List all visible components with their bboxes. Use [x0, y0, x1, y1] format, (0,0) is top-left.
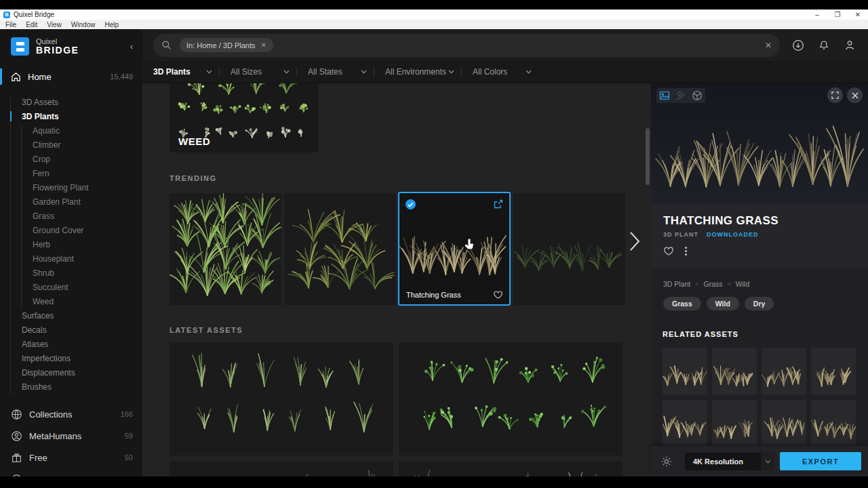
asset-card[interactable] — [399, 461, 623, 476]
maximize-button[interactable]: ❐ — [827, 9, 848, 20]
fullscreen-button[interactable] — [827, 87, 843, 103]
brush-view-icon[interactable] — [675, 90, 686, 101]
more-options-icon[interactable] — [685, 247, 687, 256]
menu-view[interactable]: View — [47, 21, 62, 28]
sidebar-item-home[interactable]: Home 15,449 — [0, 66, 142, 87]
tag-pill[interactable]: Dry — [745, 297, 774, 310]
menu-window[interactable]: Window — [71, 21, 96, 28]
export-settings-gear-icon[interactable] — [660, 455, 673, 468]
top-search-bar: In: Home / 3D Plants ✕ ✕ — [142, 29, 868, 61]
sidebar-item-succulent[interactable]: Succulent — [0, 280, 142, 294]
related-asset-thumb[interactable] — [811, 400, 856, 447]
sidebar-item-herb[interactable]: Herb — [0, 237, 142, 251]
filter-colors[interactable]: All Colors — [462, 67, 538, 77]
sidebar-item-flowering-plant[interactable]: Flowering Plant — [0, 180, 142, 195]
asset-card[interactable] — [170, 342, 393, 455]
tag-list: Grass Wild Dry — [663, 297, 856, 310]
sidebar-item-metahumans[interactable]: MetaHumans59 — [0, 425, 142, 447]
carousel-next-icon[interactable] — [629, 231, 640, 251]
titlebar: B Quixel Bridge – ❐ ✕ — [0, 9, 868, 20]
sidebar-item-purchased[interactable]: Purchased28 — [0, 468, 142, 476]
filter-sizes[interactable]: All Sizes — [220, 67, 296, 77]
sidebar-item-shrub[interactable]: Shrub — [0, 266, 142, 280]
minimize-button[interactable]: – — [807, 9, 827, 20]
export-button[interactable]: EXPORT — [780, 452, 861, 470]
asset-thumbnail — [513, 193, 625, 305]
related-asset-thumb[interactable] — [762, 400, 806, 447]
asset-card[interactable] — [399, 342, 623, 455]
chevron-down-icon — [361, 70, 367, 74]
sidebar-item-3d-plants[interactable]: 3D Plants — [0, 109, 142, 123]
close-button[interactable]: ✕ — [848, 9, 868, 20]
menu-file[interactable]: File — [5, 21, 16, 28]
asset-card-label: Thatching Grass — [406, 291, 461, 299]
sidebar-item-ground-cover[interactable]: Ground Cover — [0, 223, 142, 237]
sidebar-item-decals[interactable]: Decals — [0, 323, 142, 337]
sidebar-item-free[interactable]: Free50 — [0, 447, 142, 468]
sidebar-item-grass[interactable]: Grass — [0, 209, 142, 223]
sidebar-item-weed[interactable]: Weed — [0, 294, 142, 308]
header-icons — [792, 39, 856, 52]
window-controls: – ❐ ✕ — [807, 9, 868, 20]
close-panel-button[interactable] — [847, 87, 863, 103]
sidebar-item-imperfections[interactable]: Imperfections — [0, 351, 142, 365]
sidebar-item-aquatic[interactable]: Aquatic — [0, 123, 142, 138]
favorite-heart-icon[interactable] — [663, 246, 674, 256]
menu-edit[interactable]: Edit — [26, 21, 37, 28]
favorite-heart-icon[interactable] — [493, 290, 503, 300]
search-filter-chip[interactable]: In: Home / 3D Plants ✕ — [180, 38, 273, 52]
related-asset-thumb[interactable] — [663, 400, 707, 447]
downloads-icon[interactable] — [792, 39, 804, 52]
asset-card-thatching-grass[interactable]: Thatching Grass — [398, 192, 511, 306]
resolution-select[interactable]: 4K Resolution — [685, 453, 774, 470]
related-asset-thumb[interactable] — [712, 400, 757, 447]
quick-export-icon[interactable] — [493, 199, 503, 209]
mesh-view-icon[interactable] — [692, 90, 703, 101]
resolution-value: 4K Resolution — [685, 453, 761, 470]
filter-category[interactable]: 3D Plants — [142, 67, 219, 77]
filter-bar: 3D Plants All Sizes All States All Envir… — [142, 61, 868, 83]
asset-card[interactable] — [170, 193, 281, 305]
asset-meta: 3D PLANT DOWNLOADED — [663, 231, 856, 238]
related-asset-thumb[interactable] — [762, 348, 806, 395]
tag-pill[interactable]: Grass — [663, 297, 701, 310]
sidebar-item-displacements[interactable]: Displacements — [0, 365, 142, 380]
image-view-icon[interactable] — [659, 90, 670, 101]
sidebar-item-brushes[interactable]: Brushes — [0, 380, 142, 394]
asset-thumbnail — [399, 342, 623, 455]
notifications-icon[interactable] — [818, 39, 830, 52]
search-clear-icon[interactable]: ✕ — [765, 41, 772, 50]
asset-card[interactable] — [513, 193, 625, 305]
sidebar-item-fern[interactable]: Fern — [0, 166, 142, 180]
scrollbar-thumb[interactable] — [646, 128, 650, 185]
sidebar-item-collections[interactable]: Collections166 — [0, 403, 142, 425]
sidebar-bottom-group: Collections166 MetaHumans59 Free50 Purch… — [0, 403, 142, 476]
menu-help[interactable]: Help — [104, 21, 119, 28]
breadcrumb-item[interactable]: 3D Plant — [663, 280, 690, 288]
asset-card[interactable] — [284, 193, 396, 305]
filter-environments[interactable]: All Environments — [374, 67, 461, 77]
search-input[interactable]: In: Home / 3D Plants ✕ ✕ — [153, 34, 780, 57]
sidebar-item-surfaces[interactable]: Surfaces — [0, 308, 142, 323]
person-circle-icon — [11, 430, 22, 442]
sidebar-item-crop[interactable]: Crop — [0, 152, 142, 166]
breadcrumb-item[interactable]: Grass — [704, 280, 723, 288]
sidebar-item-garden-plant[interactable]: Garden Plant — [0, 195, 142, 209]
related-assets-header: RELATED ASSETS — [663, 330, 856, 338]
sidebar-collapse-icon[interactable]: ‹ — [130, 42, 133, 52]
tag-pill[interactable]: Wild — [707, 297, 739, 310]
related-assets-section: RELATED ASSETS — [651, 315, 868, 447]
chip-close-icon[interactable]: ✕ — [261, 41, 267, 49]
sidebar-item-atlases[interactable]: Atlases — [0, 337, 142, 351]
breadcrumb-item[interactable]: Wild — [736, 280, 749, 288]
category-card-weed[interactable]: WEED — [170, 83, 319, 152]
filter-states[interactable]: All States — [297, 67, 374, 77]
related-asset-thumb[interactable] — [663, 348, 707, 395]
asset-card[interactable] — [170, 461, 393, 476]
sidebar-item-houseplant[interactable]: Houseplant — [0, 251, 142, 266]
sidebar-item-climber[interactable]: Climber — [0, 138, 142, 152]
related-asset-thumb[interactable] — [811, 348, 856, 395]
sidebar-item-3d-assets[interactable]: 3D Assets — [0, 95, 142, 109]
account-icon[interactable] — [844, 39, 856, 52]
related-asset-thumb[interactable] — [712, 348, 757, 395]
